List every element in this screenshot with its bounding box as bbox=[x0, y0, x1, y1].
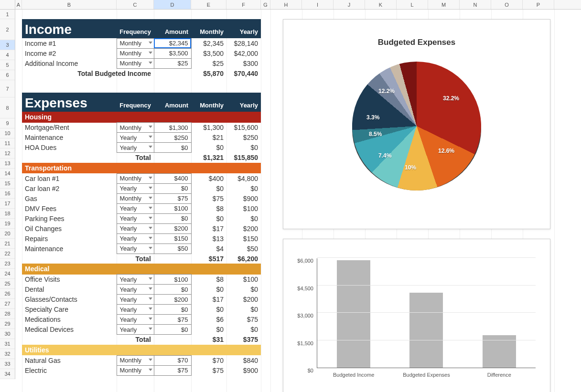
frequency-dropdown[interactable]: Monthly bbox=[117, 48, 154, 58]
row-number[interactable]: 19 bbox=[0, 219, 15, 229]
row-number[interactable]: 4 bbox=[0, 50, 15, 60]
row-number[interactable]: 18 bbox=[0, 209, 15, 219]
column-header[interactable]: M bbox=[428, 0, 460, 9]
row-number[interactable]: 9 bbox=[0, 118, 15, 128]
frequency-dropdown[interactable]: Yearly bbox=[117, 233, 154, 244]
amount-cell[interactable]: $0 bbox=[154, 305, 191, 315]
amount-cell[interactable]: $75 bbox=[154, 315, 191, 325]
amount-cell[interactable]: $100 bbox=[154, 275, 191, 285]
frequency-dropdown[interactable]: Yearly bbox=[117, 305, 154, 315]
amount-cell[interactable]: $200 bbox=[154, 295, 191, 305]
frequency-dropdown[interactable]: Yearly bbox=[117, 183, 154, 193]
amount-cell[interactable]: $0 bbox=[154, 325, 191, 335]
row-number[interactable]: 11 bbox=[0, 138, 15, 148]
row-number[interactable]: 33 bbox=[0, 359, 15, 369]
amount-cell[interactable]: $2,345 bbox=[154, 38, 191, 48]
bar-chart: Budgeted IncomeBudgeted ExpensesDifferen… bbox=[317, 258, 536, 368]
frequency-dropdown[interactable]: Monthly bbox=[117, 355, 154, 365]
row-number[interactable]: 34 bbox=[0, 369, 15, 379]
frequency-dropdown[interactable]: Monthly bbox=[117, 38, 154, 48]
amount-cell[interactable]: $0 bbox=[154, 143, 191, 153]
amount-cell[interactable]: $50 bbox=[154, 244, 191, 254]
frequency-dropdown[interactable]: Yearly bbox=[117, 223, 154, 233]
col-yearly: Yearly bbox=[226, 93, 261, 112]
row-number[interactable]: 10 bbox=[0, 128, 15, 138]
frequency-dropdown[interactable]: Yearly bbox=[117, 203, 154, 213]
column-header[interactable]: I bbox=[302, 0, 334, 9]
column-header[interactable]: C bbox=[117, 0, 154, 9]
amount-cell[interactable]: $3,500 bbox=[154, 48, 191, 58]
frequency-dropdown[interactable]: Monthly bbox=[117, 123, 154, 133]
row-number[interactable]: 13 bbox=[0, 159, 15, 169]
row-number[interactable]: 24 bbox=[0, 269, 15, 279]
frequency-dropdown[interactable]: Yearly bbox=[117, 325, 154, 335]
column-header[interactable]: E bbox=[191, 0, 226, 9]
amount-cell[interactable]: $70 bbox=[154, 355, 191, 365]
row-number[interactable]: 27 bbox=[0, 299, 15, 309]
row-number[interactable]: 17 bbox=[0, 199, 15, 209]
row-number[interactable]: 8 bbox=[0, 97, 15, 118]
row-number[interactable]: 7 bbox=[0, 80, 15, 97]
amount-cell[interactable]: $100 bbox=[154, 203, 191, 213]
amount-cell[interactable]: $1,300 bbox=[154, 123, 191, 133]
column-header[interactable]: L bbox=[397, 0, 428, 9]
row-number[interactable]: 20 bbox=[0, 229, 15, 239]
row-number[interactable]: 21 bbox=[0, 239, 15, 249]
row-number[interactable]: 22 bbox=[0, 249, 15, 259]
frequency-dropdown[interactable]: Monthly bbox=[117, 193, 154, 203]
row-number[interactable]: 26 bbox=[0, 289, 15, 299]
amount-cell[interactable]: $400 bbox=[154, 173, 191, 183]
row-number[interactable]: 16 bbox=[0, 189, 15, 199]
column-header[interactable]: D bbox=[154, 0, 191, 9]
column-header[interactable]: A bbox=[15, 0, 22, 9]
sheet-canvas[interactable]: Income Frequency Amount Monthly Yearly I… bbox=[15, 10, 581, 392]
frequency-dropdown[interactable]: Yearly bbox=[117, 295, 154, 305]
frequency-dropdown[interactable]: Yearly bbox=[117, 275, 154, 285]
frequency-dropdown[interactable]: Monthly bbox=[117, 58, 154, 68]
frequency-dropdown[interactable]: Yearly bbox=[117, 285, 154, 295]
amount-cell[interactable]: $0 bbox=[154, 183, 191, 193]
row-number[interactable]: 30 bbox=[0, 329, 15, 339]
row-number[interactable]: 23 bbox=[0, 259, 15, 269]
column-header[interactable]: O bbox=[491, 0, 523, 9]
column-header[interactable]: K bbox=[365, 0, 397, 9]
row-number[interactable]: 28 bbox=[0, 309, 15, 319]
amount-cell[interactable]: $0 bbox=[154, 285, 191, 295]
frequency-dropdown[interactable]: Yearly bbox=[117, 213, 154, 223]
column-header[interactable]: G bbox=[261, 0, 270, 9]
row-number[interactable]: 5 bbox=[0, 60, 15, 70]
row-number[interactable]: 25 bbox=[0, 279, 15, 289]
select-all-cell[interactable] bbox=[0, 0, 15, 9]
frequency-dropdown[interactable]: Yearly bbox=[117, 143, 154, 153]
row-number[interactable]: 6 bbox=[0, 70, 15, 80]
row-number[interactable]: 15 bbox=[0, 179, 15, 189]
amount-cell[interactable]: $75 bbox=[154, 193, 191, 203]
column-header[interactable]: P bbox=[523, 0, 554, 9]
frequency-dropdown[interactable]: Yearly bbox=[117, 244, 154, 254]
amount-cell[interactable]: $75 bbox=[154, 365, 191, 375]
row-number[interactable]: 31 bbox=[0, 339, 15, 349]
frequency-dropdown[interactable]: Yearly bbox=[117, 133, 154, 143]
row-number[interactable]: 1 bbox=[0, 10, 15, 19]
frequency-dropdown[interactable]: Monthly bbox=[117, 365, 154, 375]
row-number[interactable]: 29 bbox=[0, 319, 15, 329]
amount-cell[interactable]: $0 bbox=[154, 213, 191, 223]
amount-cell[interactable]: $250 bbox=[154, 133, 191, 143]
amount-cell[interactable]: $200 bbox=[154, 223, 191, 233]
amount-cell[interactable]: $150 bbox=[154, 233, 191, 244]
column-header[interactable]: J bbox=[334, 0, 365, 9]
bar-chart-card[interactable]: Budgeted IncomeBudgeted ExpensesDifferen… bbox=[283, 239, 550, 392]
column-header[interactable]: B bbox=[22, 0, 117, 9]
column-header[interactable]: H bbox=[270, 0, 302, 9]
row-number[interactable]: 3 bbox=[0, 40, 15, 50]
amount-cell[interactable]: $25 bbox=[154, 58, 191, 68]
column-header[interactable]: N bbox=[460, 0, 491, 9]
column-header[interactable]: F bbox=[226, 0, 261, 9]
frequency-dropdown[interactable]: Monthly bbox=[117, 173, 154, 183]
pie-chart-card[interactable]: Budgeted Expenses 32.2%12.6%10%7.4%8.5%3… bbox=[283, 19, 550, 229]
row-number[interactable]: 12 bbox=[0, 148, 15, 159]
row-number[interactable]: 32 bbox=[0, 349, 15, 359]
frequency-dropdown[interactable]: Yearly bbox=[117, 315, 154, 325]
row-number[interactable]: 14 bbox=[0, 169, 15, 179]
row-number[interactable]: 2 bbox=[0, 19, 15, 40]
